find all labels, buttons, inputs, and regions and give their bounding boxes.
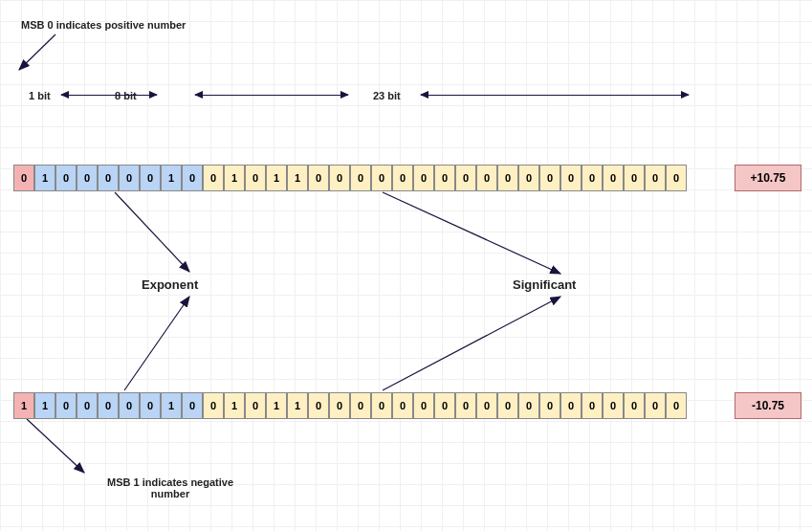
significant-bit-17: 0 [560, 392, 582, 419]
significant-bit-19: 0 [603, 392, 624, 419]
bit-row-positive: 01000001001011000000000000000000 [13, 165, 687, 191]
significant-bit-0: 0 [203, 392, 224, 419]
significant-bit-21: 0 [645, 165, 666, 191]
significant-bit-1: 1 [224, 165, 245, 191]
exponent-bit-5: 0 [140, 392, 161, 419]
significant-bit-16: 0 [539, 165, 560, 191]
exponent-bit-0: 1 [34, 165, 55, 191]
significant-bit-14: 0 [497, 165, 518, 191]
significant-bit-7: 0 [350, 392, 371, 419]
significant-bit-3: 1 [266, 392, 287, 419]
significant-label: Significant [513, 277, 576, 292]
arrow-23bit-left [195, 95, 348, 96]
bit-row-negative: 11000001001011000000000000000000 [13, 392, 687, 419]
exponent-bit-4: 0 [119, 392, 140, 419]
exponent-bit-2: 0 [77, 392, 98, 419]
exponent-bit-7: 0 [182, 165, 203, 191]
significant-bit-12: 0 [455, 392, 476, 419]
exponent-bit-0: 1 [34, 392, 55, 419]
significant-bit-3: 1 [266, 165, 287, 191]
exponent-label: Exponent [142, 277, 198, 292]
background-grid [0, 0, 812, 531]
significant-bit-13: 0 [476, 165, 497, 191]
significant-bit-19: 0 [603, 165, 624, 191]
significant-bit-18: 0 [582, 392, 603, 419]
significant-bit-5: 0 [308, 165, 329, 191]
significant-bit-8: 0 [371, 165, 392, 191]
significant-bit-6: 0 [329, 165, 350, 191]
significant-bit-2: 0 [245, 392, 266, 419]
significant-bit-10: 0 [413, 165, 434, 191]
exponent-bit-6: 1 [161, 165, 182, 191]
bits-23-label: 23 bit [373, 90, 401, 101]
significant-bit-13: 0 [476, 392, 497, 419]
significant-bit-7: 0 [350, 165, 371, 191]
value-positive: +10.75 [735, 165, 801, 191]
exponent-bit-7: 0 [182, 392, 203, 419]
significant-bit-9: 0 [392, 165, 413, 191]
significant-bit-17: 0 [560, 165, 582, 191]
significant-bit-12: 0 [455, 165, 476, 191]
sign-bit: 0 [13, 165, 34, 191]
arrow-23bit-right [421, 95, 689, 96]
significant-bit-10: 0 [413, 392, 434, 419]
significant-bit-22: 0 [666, 165, 687, 191]
significant-bit-15: 0 [518, 165, 539, 191]
exponent-bit-6: 1 [161, 392, 182, 419]
exponent-bit-3: 0 [98, 165, 119, 191]
significant-bit-4: 1 [287, 165, 308, 191]
exponent-bit-5: 0 [140, 165, 161, 191]
significant-bit-22: 0 [666, 392, 687, 419]
exponent-bit-1: 0 [55, 392, 77, 419]
significant-bit-11: 0 [434, 392, 455, 419]
significant-bit-16: 0 [539, 392, 560, 419]
msb1-label: MSB 1 indicates negative number [84, 476, 256, 499]
significant-bit-8: 0 [371, 392, 392, 419]
significant-bit-21: 0 [645, 392, 666, 419]
bits-1-label: 1 bit [29, 90, 51, 101]
bits-8-label: 8 bit [115, 90, 137, 101]
significant-bit-14: 0 [497, 392, 518, 419]
significant-bit-15: 0 [518, 392, 539, 419]
significant-bit-20: 0 [624, 392, 645, 419]
value-negative: -10.75 [735, 392, 801, 419]
arrow-8bit [61, 95, 157, 96]
sign-bit: 1 [13, 392, 34, 419]
significant-bit-1: 1 [224, 392, 245, 419]
significant-bit-18: 0 [582, 165, 603, 191]
exponent-bit-2: 0 [77, 165, 98, 191]
significant-bit-6: 0 [329, 392, 350, 419]
exponent-bit-3: 0 [98, 392, 119, 419]
msb0-label: MSB 0 indicates positive number [21, 19, 186, 31]
significant-bit-4: 1 [287, 392, 308, 419]
significant-bit-5: 0 [308, 392, 329, 419]
significant-bit-9: 0 [392, 392, 413, 419]
significant-bit-11: 0 [434, 165, 455, 191]
exponent-bit-1: 0 [55, 165, 77, 191]
significant-bit-20: 0 [624, 165, 645, 191]
significant-bit-0: 0 [203, 165, 224, 191]
exponent-bit-4: 0 [119, 165, 140, 191]
significant-bit-2: 0 [245, 165, 266, 191]
